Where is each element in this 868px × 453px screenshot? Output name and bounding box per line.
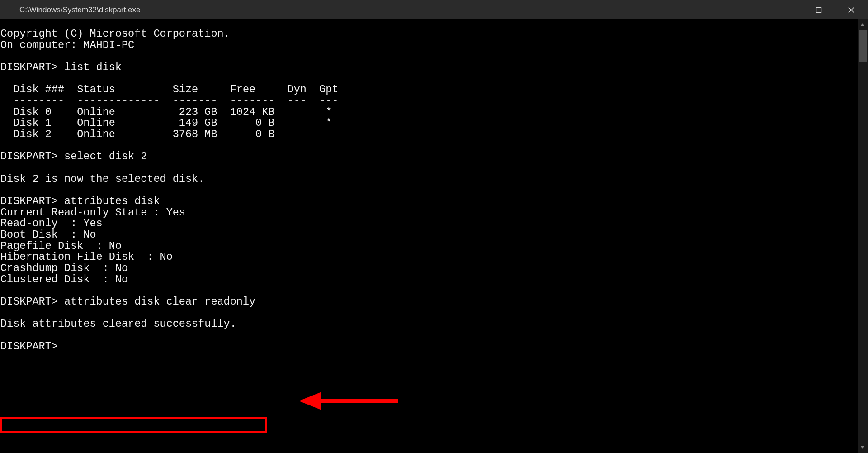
close-button[interactable] bbox=[835, 0, 868, 19]
cmd-select-disk: select disk 2 bbox=[64, 150, 147, 162]
attr-boot-disk: Boot Disk : No bbox=[0, 229, 96, 241]
prompt: DISKPART> bbox=[0, 150, 58, 162]
chevron-down-icon bbox=[860, 445, 865, 450]
prompt: DISKPART> bbox=[0, 296, 58, 308]
prompt: DISKPART> bbox=[0, 61, 58, 73]
cmd-clear-readonly: attributes disk clear readonly bbox=[64, 296, 255, 308]
close-icon bbox=[848, 7, 854, 13]
selected-disk-msg: Disk 2 is now the selected disk. bbox=[0, 173, 204, 185]
svg-marker-5 bbox=[861, 446, 864, 449]
svg-rect-1 bbox=[816, 8, 821, 13]
scroll-down-button[interactable] bbox=[858, 443, 868, 453]
attr-hibernation-disk: Hibernation File Disk : No bbox=[0, 251, 173, 263]
attr-clustered-disk: Clustered Disk : No bbox=[0, 273, 128, 286]
window-controls bbox=[770, 0, 868, 19]
scroll-up-button[interactable] bbox=[858, 19, 868, 29]
attr-current-ro-state: Current Read-only State : Yes bbox=[0, 206, 185, 219]
disk-row-2: Disk 2 Online 3768 MB 0 B bbox=[0, 128, 274, 140]
disk-table-divider: -------- ------------- ------- ------- -… bbox=[0, 95, 338, 107]
window-title: C:\Windows\System32\diskpart.exe bbox=[19, 5, 140, 14]
app-icon bbox=[5, 6, 13, 14]
chevron-up-icon bbox=[860, 22, 865, 27]
disk-row-1: Disk 1 Online 149 GB 0 B * bbox=[0, 117, 332, 129]
disk-row-0: Disk 0 Online 223 GB 1024 KB * bbox=[0, 106, 332, 118]
attr-crashdump-disk: Crashdump Disk : No bbox=[0, 262, 128, 274]
copyright-line: Copyright (C) Microsoft Corporation. bbox=[0, 28, 230, 40]
prompt: DISKPART> bbox=[0, 195, 58, 207]
terminal-area: Copyright (C) Microsoft Corporation. On … bbox=[0, 19, 868, 453]
cleared-msg: Disk attributes cleared successfully. bbox=[0, 318, 236, 330]
maximize-button[interactable] bbox=[802, 0, 835, 19]
minimize-button[interactable] bbox=[770, 0, 802, 19]
vertical-scrollbar[interactable] bbox=[858, 19, 868, 453]
prompt: DISKPART> bbox=[0, 340, 58, 353]
attr-pagefile-disk: Pagefile Disk : No bbox=[0, 240, 122, 252]
window: C:\Windows\System32\diskpart.exe Copyrig… bbox=[0, 0, 868, 453]
cmd-list-disk: list disk bbox=[64, 61, 122, 73]
cmd-attributes-disk: attributes disk bbox=[64, 195, 160, 207]
maximize-icon bbox=[816, 7, 822, 13]
scroll-thumb[interactable] bbox=[859, 30, 867, 62]
attr-readonly: Read-only : Yes bbox=[0, 217, 103, 229]
svg-marker-4 bbox=[861, 23, 864, 26]
titlebar[interactable]: C:\Windows\System32\diskpart.exe bbox=[0, 0, 868, 19]
minimize-icon bbox=[783, 7, 789, 13]
disk-table-header: Disk ### Status Size Free Dyn Gpt bbox=[0, 83, 338, 95]
computer-line: On computer: MAHDI-PC bbox=[0, 39, 134, 51]
terminal[interactable]: Copyright (C) Microsoft Corporation. On … bbox=[0, 19, 858, 453]
